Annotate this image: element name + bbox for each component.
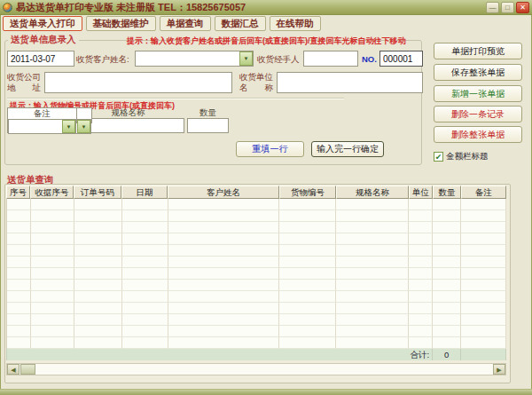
confirm-row-button[interactable]: 输入完一行确定 bbox=[311, 141, 384, 157]
item-field-label: 备注 bbox=[8, 108, 76, 119]
table-row[interactable] bbox=[7, 199, 506, 210]
item-field: 备注 ▼ bbox=[7, 107, 77, 123]
header-cell[interactable]: 收据序号 bbox=[30, 186, 74, 199]
table-cell bbox=[7, 314, 31, 326]
tab[interactable]: 单据查询 bbox=[160, 16, 211, 31]
table-cell bbox=[279, 291, 336, 303]
window-bottom-frame bbox=[0, 389, 532, 395]
customer-combo-input[interactable] bbox=[136, 51, 239, 66]
table-cell bbox=[409, 280, 433, 291]
table-cell bbox=[461, 210, 506, 222]
item-field-textbox[interactable] bbox=[9, 120, 62, 133]
handler-input[interactable] bbox=[303, 51, 358, 67]
table-cell bbox=[433, 326, 461, 337]
table-cell bbox=[409, 303, 433, 314]
chevron-down-icon[interactable]: ▼ bbox=[77, 120, 90, 133]
side-button[interactable]: 单据打印预览 bbox=[434, 43, 522, 59]
table-cell bbox=[461, 326, 506, 337]
unit-name-label: 收货单位 名 称 bbox=[239, 72, 273, 93]
close-button[interactable]: ✕ bbox=[516, 2, 529, 13]
horizontal-scrollbar[interactable]: ◀ ▶ bbox=[6, 363, 506, 375]
unit-name-input[interactable] bbox=[277, 72, 423, 93]
table-cell bbox=[31, 245, 74, 257]
table-cell bbox=[31, 291, 74, 303]
item-field-label: 数量 bbox=[187, 107, 229, 118]
table-cell bbox=[279, 222, 336, 233]
chevron-down-icon[interactable]: ▼ bbox=[62, 120, 75, 133]
refill-row-button[interactable]: 重填一行 bbox=[236, 141, 304, 157]
item-field-input[interactable]: ▼ bbox=[187, 118, 229, 133]
table-cell bbox=[7, 337, 31, 349]
total-row: 合计: 0 bbox=[6, 349, 506, 360]
table-row[interactable] bbox=[7, 233, 506, 245]
header-cell[interactable]: 规格名称 bbox=[336, 186, 409, 199]
table-row[interactable] bbox=[7, 303, 506, 314]
no-input[interactable] bbox=[379, 51, 423, 67]
table-row[interactable] bbox=[7, 222, 506, 233]
side-button[interactable]: 新增一张单据 bbox=[434, 85, 522, 102]
side-button[interactable]: 删除整张单据 bbox=[434, 126, 522, 143]
header-cell[interactable]: 数量 bbox=[433, 186, 461, 199]
tab[interactable]: 数据汇总 bbox=[215, 16, 266, 31]
header-cell[interactable]: 订单号码 bbox=[74, 186, 121, 199]
table-cell bbox=[433, 314, 461, 326]
side-button[interactable]: 保存整张单据 bbox=[434, 64, 522, 81]
table-row[interactable] bbox=[7, 257, 506, 268]
header-cell[interactable]: 客户姓名 bbox=[168, 186, 279, 199]
table-cell bbox=[122, 199, 168, 210]
table-cell bbox=[409, 268, 433, 280]
chevron-down-icon[interactable]: ▼ bbox=[239, 51, 253, 66]
header-cell[interactable]: 日期 bbox=[121, 186, 168, 199]
scroll-track[interactable] bbox=[35, 364, 493, 375]
table-cell bbox=[168, 257, 280, 268]
table-row[interactable] bbox=[7, 280, 506, 291]
header-cell[interactable]: 货物编号 bbox=[279, 186, 336, 199]
entry-group-title: 送货单信息录入 bbox=[8, 34, 79, 46]
customer-name-combo[interactable]: ▼ bbox=[135, 51, 254, 67]
table-row[interactable] bbox=[7, 291, 506, 303]
table-row[interactable] bbox=[7, 314, 506, 326]
tab[interactable]: 送货单录入打印 bbox=[3, 16, 82, 31]
amount-checkbox[interactable]: ✔ 金额栏标题 bbox=[434, 151, 489, 162]
table-cell bbox=[7, 245, 31, 257]
table-cell bbox=[336, 303, 409, 314]
scroll-thumb[interactable] bbox=[20, 364, 35, 375]
table-cell bbox=[433, 337, 461, 349]
table-row[interactable] bbox=[7, 210, 506, 222]
date-input[interactable] bbox=[7, 51, 74, 67]
tab[interactable]: 基础数据维护 bbox=[86, 16, 156, 31]
table-row[interactable] bbox=[7, 337, 506, 349]
table-cell bbox=[461, 268, 506, 280]
table-cell bbox=[409, 245, 433, 257]
table-row[interactable] bbox=[7, 245, 506, 257]
table-cell bbox=[31, 233, 74, 245]
header-cell[interactable]: 备注 bbox=[461, 186, 506, 199]
side-button[interactable]: 删除一条记录 bbox=[434, 106, 522, 122]
maximize-button[interactable]: □ bbox=[501, 2, 514, 13]
table-cell bbox=[168, 199, 280, 210]
handler-label: 收货经手人 bbox=[257, 54, 300, 66]
table-cell bbox=[433, 199, 461, 210]
table-cell bbox=[7, 222, 31, 233]
scroll-right-button[interactable]: ▶ bbox=[493, 364, 505, 375]
tab[interactable]: 在线帮助 bbox=[270, 16, 321, 31]
table-cell bbox=[336, 326, 409, 337]
table-cell bbox=[31, 303, 74, 314]
divider bbox=[7, 98, 344, 99]
table-cell bbox=[7, 280, 31, 291]
table-row[interactable] bbox=[7, 326, 506, 337]
table-cell bbox=[74, 222, 122, 233]
item-field-textbox[interactable] bbox=[188, 119, 228, 132]
header-cell[interactable]: 单位 bbox=[409, 186, 433, 199]
table-cell bbox=[122, 268, 168, 280]
table-cell bbox=[433, 233, 461, 245]
table-row[interactable] bbox=[7, 268, 506, 280]
scroll-left-button[interactable]: ◀ bbox=[7, 364, 20, 375]
checkbox-check-icon[interactable]: ✔ bbox=[434, 152, 443, 162]
table-cell bbox=[409, 314, 433, 326]
item-field-input[interactable]: ▼ bbox=[8, 119, 76, 134]
table-cell bbox=[279, 245, 336, 257]
header-cell[interactable]: 序号 bbox=[6, 186, 30, 199]
minimize-button[interactable]: — bbox=[486, 2, 499, 13]
company-address-input[interactable] bbox=[44, 72, 232, 93]
